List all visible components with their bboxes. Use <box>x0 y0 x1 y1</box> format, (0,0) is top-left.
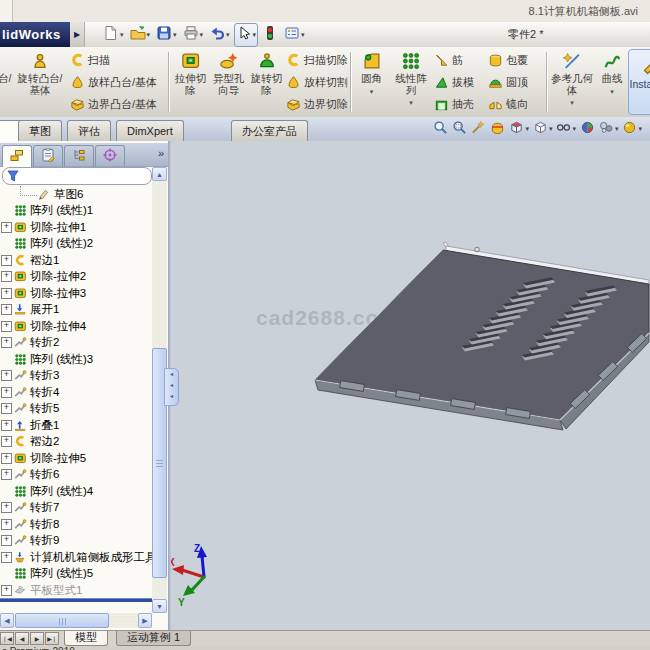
edit-appearance-button[interactable] <box>580 120 595 139</box>
ribbon-button[interactable]: 扫描切除 <box>286 49 348 71</box>
panel-tab-dimxpertmanager[interactable] <box>95 145 125 167</box>
expand-toggle[interactable]: + <box>1 502 12 513</box>
undo-dropdown[interactable]: ▾ <box>226 31 230 39</box>
select-cursor-button[interactable]: ▾ <box>234 23 259 47</box>
dropdown-arrow[interactable]: ▾ <box>391 97 431 109</box>
dropdown-arrow[interactable]: ▾ <box>354 86 389 98</box>
expand-toggle[interactable]: + <box>1 387 12 398</box>
tree-horizontal-scrollbar[interactable]: ◀ ▶ <box>0 613 152 628</box>
hide-show-items-button[interactable]: ▾ <box>556 120 576 139</box>
dropdown-arrow[interactable]: ▾ <box>549 125 553 133</box>
tree-item[interactable]: +转折7 <box>0 500 152 517</box>
display-style-button[interactable]: ▾ <box>533 120 553 139</box>
tree-item[interactable]: +折叠1 <box>0 417 152 434</box>
ribbon-button[interactable]: 圆角▾ <box>354 50 389 114</box>
panel-tab-featuremanager[interactable] <box>2 145 32 167</box>
graphics-viewport[interactable]: cad2688.com <box>171 141 650 630</box>
ribbon-button[interactable]: 抽壳 <box>434 93 474 115</box>
ribbon-button[interactable]: 包覆 <box>488 49 528 71</box>
ribbon-button[interactable]: 镜向 <box>488 93 528 115</box>
ribbon-button[interactable]: 异型孔向导 <box>210 50 247 114</box>
section-view-button[interactable] <box>490 120 505 139</box>
expand-toggle[interactable]: + <box>1 453 12 464</box>
study-nav-next-button[interactable]: ▶ <box>30 632 44 645</box>
expand-toggle[interactable]: + <box>1 585 12 596</box>
dropdown-arrow[interactable]: ▾ <box>525 125 529 133</box>
tree-item[interactable]: +切除-拉伸4 <box>0 318 152 335</box>
expand-toggle[interactable]: + <box>1 271 12 282</box>
ribbon-button[interactable]: 曲线▾ <box>596 50 628 114</box>
open-folder-button[interactable]: ▾ <box>128 23 153 47</box>
apply-scene-button[interactable]: ▾ <box>599 120 619 139</box>
tree-item[interactable]: +转折3 <box>0 368 152 385</box>
new-document-button[interactable]: ▾ <box>101 23 126 47</box>
ribbon-button[interactable]: 拔模 <box>434 71 474 93</box>
tab-评估[interactable]: 评估 <box>67 120 111 141</box>
print-dropdown[interactable]: ▾ <box>200 31 204 39</box>
ribbon-button[interactable]: 线性阵列▾ <box>391 50 431 114</box>
expand-toggle[interactable]: + <box>1 304 12 315</box>
view-orientation-button[interactable]: ▾ <box>509 120 529 139</box>
tree-filter-input[interactable] <box>2 167 152 185</box>
expand-toggle[interactable]: + <box>1 288 12 299</box>
magnified-selection-button[interactable] <box>471 120 486 139</box>
view-settings-button[interactable]: ▾ <box>622 120 642 139</box>
tree-item[interactable]: +褶边2 <box>0 434 152 451</box>
tree-item[interactable]: 草图6 <box>0 186 152 203</box>
ribbon-button[interactable]: 圆顶 <box>488 71 528 93</box>
study-tab-motion[interactable]: 运动算例 1 <box>116 631 191 646</box>
tree-item[interactable]: +计算机机箱侧板成形工具 <box>0 549 152 566</box>
tree-item[interactable]: +切除-拉伸5 <box>0 450 152 467</box>
expand-toggle[interactable]: + <box>1 519 12 530</box>
instant3d-button[interactable]: Instant3D <box>628 49 650 115</box>
ribbon-button[interactable]: 拉伸凸台/基体 <box>0 50 12 114</box>
tree-item[interactable]: +转折5 <box>0 401 152 418</box>
tab-DimXpert[interactable]: DimXpert <box>116 120 184 141</box>
panel-tabs-overflow[interactable]: » <box>158 147 164 159</box>
new-document-dropdown[interactable]: ▾ <box>120 31 124 39</box>
rebuild-traffic-light-button[interactable] <box>260 23 280 47</box>
options-list-button[interactable]: ▾ <box>282 23 307 47</box>
tree-item[interactable]: +切除-拉伸1 <box>0 219 152 236</box>
dropdown-arrow[interactable]: ▾ <box>596 86 628 98</box>
study-nav-first-button[interactable]: ❘◀ <box>0 632 14 645</box>
expand-toggle[interactable]: + <box>1 222 12 233</box>
ribbon-button[interactable]: 拉伸切除 <box>172 50 209 114</box>
dropdown-arrow[interactable]: ▾ <box>615 125 619 133</box>
dropdown-arrow[interactable]: ▾ <box>638 125 642 133</box>
tree-item[interactable]: +褶边1 <box>0 252 152 269</box>
tree-item[interactable]: +切除-拉伸3 <box>0 285 152 302</box>
undo-button[interactable]: ▾ <box>207 23 232 47</box>
tree-item[interactable]: +转折6 <box>0 467 152 484</box>
expand-toggle[interactable]: + <box>1 403 12 414</box>
options-list-dropdown[interactable]: ▾ <box>301 31 305 39</box>
tree-item[interactable]: +转折4 <box>0 384 152 401</box>
tree-item[interactable]: +展开1 <box>0 302 152 319</box>
panel-splitter-handle[interactable]: ◂◂◂ <box>164 368 179 406</box>
tree-item[interactable]: 阵列 (线性)5 <box>0 566 152 583</box>
study-tab-model[interactable]: 模型 <box>64 631 108 646</box>
ribbon-button[interactable]: 参考几何体▾ <box>550 50 594 114</box>
dropdown-arrow[interactable]: ▾ <box>550 97 594 109</box>
expand-toggle[interactable]: + <box>1 436 12 447</box>
tree-item[interactable]: 阵列 (线性)4 <box>0 483 152 500</box>
expand-toggle[interactable]: + <box>1 255 12 266</box>
ribbon-button[interactable]: 筋 <box>434 49 474 71</box>
ribbon-button[interactable]: 旋转凸台/基体 <box>16 50 64 114</box>
tree-item[interactable]: 阵列 (线性)3 <box>0 351 152 368</box>
tree-item[interactable]: 阵列 (线性)1 <box>0 203 152 220</box>
dropdown-arrow[interactable]: ▾ <box>572 125 576 133</box>
tree-item[interactable]: 阵列 (线性)2 <box>0 236 152 253</box>
ribbon-button[interactable]: 扫描 <box>70 49 157 71</box>
ribbon-button[interactable]: 放样切割 <box>286 71 348 93</box>
scroll-up-button[interactable]: ▲ <box>152 167 167 181</box>
expand-toggle[interactable]: + <box>1 552 12 563</box>
tree-item[interactable]: +转折9 <box>0 533 152 550</box>
zoom-to-fit-button[interactable] <box>433 120 448 139</box>
save-button[interactable]: ▾ <box>154 23 179 47</box>
expand-toggle[interactable]: + <box>1 535 12 546</box>
horizontal-scroll-thumb[interactable] <box>15 613 109 628</box>
tab-草图[interactable]: 草图 <box>18 120 62 141</box>
study-nav-last-button[interactable]: ▶❘ <box>45 632 59 645</box>
select-cursor-dropdown[interactable]: ▾ <box>253 31 257 39</box>
